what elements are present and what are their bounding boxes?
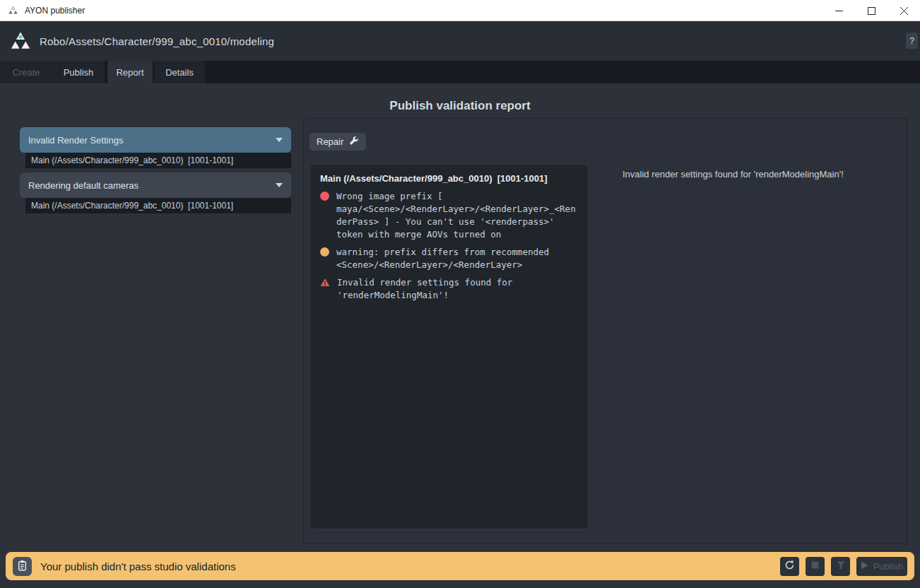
instance-row[interactable]: Main (/Assets/Character/999_abc_0010) [1… [25,153,291,168]
chevron-down-icon [276,138,283,142]
maximize-button[interactable] [855,0,887,21]
validation-message: Invalid render settings found for 'rende… [320,276,578,302]
tab-report[interactable]: Report [107,61,153,83]
validation-status-message: Your publish didn't pass studio validati… [40,560,780,572]
refresh-icon [784,560,795,572]
maximize-icon [868,7,875,15]
app-header: Robo/Assets/Character/999_abc_0010/model… [0,21,920,61]
repair-button[interactable]: Repair [309,133,366,151]
warning-dot-icon [320,247,329,271]
error-dot-icon [320,192,329,241]
play-icon [861,561,868,572]
instance-label: Main (/Assets/Character/999_abc_0010) [1… [31,155,233,165]
help-button[interactable]: ? [906,33,918,49]
tab-details[interactable]: Details [154,61,205,83]
clipboard-icon [17,560,28,573]
close-button[interactable] [887,0,920,21]
warning-triangle-icon [320,278,330,302]
message-text: Invalid render settings found for 'rende… [337,276,578,302]
minimize-button[interactable] [822,0,855,21]
validation-message: Wrong image prefix [ maya/<Scene>/<Rende… [320,190,578,241]
tab-publish[interactable]: Publish [52,61,105,83]
tab-create[interactable]: Create [0,61,52,83]
validation-detail-panel: Repair Main (/Assets/Character/999_abc_0… [303,118,907,544]
error-group-title: Invalid Render Settings [28,135,276,146]
repair-button-label: Repair [317,136,343,147]
instance-title: Main (/Assets/Character/999_abc_0010) [1… [320,173,578,184]
validation-message: warning: prefix differs from recommended… [320,246,578,271]
instance-row[interactable]: Main (/Assets/Character/999_abc_0010) [1… [25,198,291,213]
report-page: Publish validation report Invalid Render… [0,83,920,588]
message-text: Wrong image prefix [ maya/<Scene>/<Rende… [336,190,578,241]
publish-button[interactable]: Publish [856,557,907,576]
footer-actions: Publish [780,557,907,576]
minimize-icon [835,7,843,15]
publish-button-label: Publish [873,561,904,572]
close-icon [900,7,908,15]
tab-bar: Create Publish Report Details [0,61,920,83]
error-group-title: Rendering default cameras [28,180,276,191]
stop-publish-button[interactable] [806,557,825,576]
context-breadcrumb: Robo/Assets/Character/999_abc_0010/model… [40,21,274,61]
report-details-button[interactable] [13,557,32,576]
page-title: Publish validation report [0,99,920,113]
window-title: AYON publisher [25,6,85,16]
validation-message-card: Main (/Assets/Character/999_abc_0010) [1… [309,164,589,529]
message-text: warning: prefix differs from recommended… [336,246,578,271]
wrench-icon [349,136,359,148]
error-group-invalid-render-settings[interactable]: Invalid Render Settings [20,127,291,153]
titlebar: AYON publisher [0,0,920,21]
filter-funnel-icon [836,560,846,572]
validate-button[interactable] [831,557,850,576]
publish-status-bar: Your publish didn't pass studio validati… [6,552,914,580]
error-group-rendering-default-cameras[interactable]: Rendering default cameras [20,172,291,198]
app-logo-icon [8,5,18,16]
ayon-logo-icon [10,30,31,52]
validation-description: Invalid render settings found for 'rende… [623,168,902,181]
instance-label: Main (/Assets/Character/999_abc_0010) [1… [31,201,233,211]
app-window: AYON publisher Robo/Assets/Character/999… [0,0,920,588]
reset-publish-button[interactable] [780,557,799,576]
stop-icon [810,560,820,572]
chevron-down-icon [276,183,283,187]
